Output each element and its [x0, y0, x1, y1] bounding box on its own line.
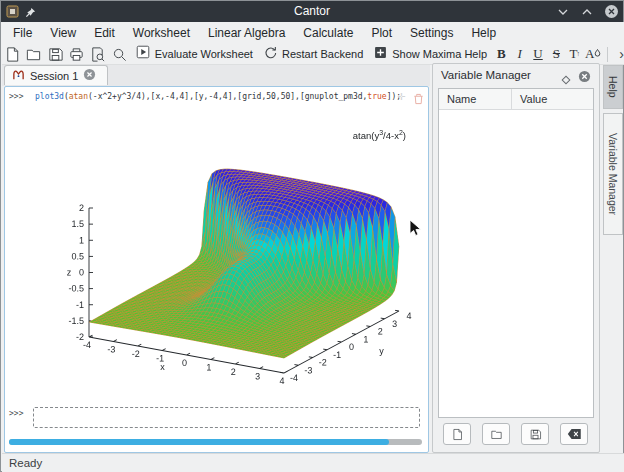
toolbar: Evaluate Worksheet Restart Backend Show …: [2, 44, 624, 65]
menu-item-plot[interactable]: Plot: [362, 22, 401, 44]
mouse-cursor: [409, 219, 421, 241]
vm-clear-button[interactable]: [560, 423, 588, 445]
vm-save-button[interactable]: [521, 423, 549, 445]
variable-table-header: Name Value: [439, 89, 593, 110]
font-color-button[interactable]: A: [584, 45, 602, 64]
menu-item-settings[interactable]: Settings: [401, 22, 462, 44]
print-preview-button[interactable]: [87, 45, 108, 64]
vm-buttons: [443, 423, 588, 445]
italic-button[interactable]: I: [510, 45, 528, 64]
strikethrough-button[interactable]: S: [547, 45, 565, 64]
status-bar: Ready: [2, 453, 624, 472]
command-prompt: >>>: [9, 92, 23, 101]
superscript-arrow-icon: ↑: [577, 50, 581, 58]
vm-new-button[interactable]: [443, 423, 471, 445]
column-name[interactable]: Name: [439, 89, 511, 109]
maxima-session-icon: [12, 67, 25, 85]
new-worksheet-button[interactable]: [2, 45, 23, 64]
maximize-button[interactable]: [579, 4, 595, 20]
dock-float-icon[interactable]: [561, 71, 571, 89]
window-title: Cantor: [1, 1, 623, 22]
evaluate-icon: [135, 44, 151, 64]
menu-item-view[interactable]: View: [41, 22, 85, 44]
status-text: Ready: [2, 454, 624, 472]
titlebar: Cantor: [1, 1, 623, 22]
underline-button[interactable]: U: [529, 45, 547, 64]
worksheet: >>> plot3d(atan(-x^2+y^3/4),[x,-4,4],[y,…: [4, 86, 429, 453]
restart-icon: [263, 45, 278, 64]
move-cell-icon[interactable]: ✛: [397, 91, 405, 102]
toolbar-overflow-button[interactable]: ›: [619, 46, 624, 62]
menu-item-edit[interactable]: Edit: [85, 22, 124, 44]
open-button[interactable]: [23, 45, 44, 64]
menu-item-calculate[interactable]: Calculate: [294, 22, 362, 44]
side-tab-variable-manager[interactable]: Variable Manager: [603, 113, 623, 235]
menu-item-worksheet[interactable]: Worksheet: [124, 22, 199, 44]
horizontal-scrollbar[interactable]: [9, 439, 422, 445]
menu-bar: FileViewEditWorksheetLinear AlgebraCalcu…: [2, 22, 624, 44]
plot-title: atan(y3/4-x2): [353, 129, 406, 141]
minimize-button[interactable]: [555, 4, 571, 20]
print-button[interactable]: [66, 45, 87, 64]
delete-cell-icon[interactable]: [413, 91, 424, 109]
superscript-button[interactable]: T↑: [566, 45, 584, 64]
maxima-help-icon: [373, 45, 388, 64]
droplet-icon: [594, 46, 601, 62]
evaluate-label: Evaluate Worksheet: [155, 48, 253, 60]
tab-session1[interactable]: Session 1: [4, 65, 108, 85]
column-value[interactable]: Value: [511, 89, 593, 109]
variable-table: Name Value: [438, 88, 594, 418]
dock-header: Variable Manager: [433, 64, 599, 88]
application-window: Cantor FileViewEditWorksheetLinear Algeb…: [0, 0, 624, 472]
maxima-help-label: Show Maxima Help: [392, 48, 487, 60]
toolbar-separator: [607, 47, 608, 62]
search-button[interactable]: [108, 45, 129, 64]
side-tab-help[interactable]: Help: [603, 65, 623, 109]
bold-button[interactable]: B: [492, 45, 510, 64]
plot-canvas: [5, 109, 429, 401]
menu-item-help[interactable]: Help: [462, 22, 505, 44]
command-input[interactable]: plot3d(atan(-x^2+y^3/4),[x,-4,4],[y,-4,4…: [35, 92, 401, 101]
entry-prompt: >>>: [9, 409, 23, 418]
command-entry[interactable]: [33, 407, 420, 428]
dock-close-icon[interactable]: [578, 69, 591, 87]
restart-label: Restart Backend: [282, 48, 363, 60]
save-button[interactable]: [45, 45, 66, 64]
variable-manager-panel: Variable Manager Name Value: [432, 63, 600, 453]
menu-item-linear-algebra[interactable]: Linear Algebra: [199, 22, 294, 44]
tab-label: Session 1: [30, 70, 78, 82]
close-button[interactable]: [603, 4, 619, 20]
tab-bar: Session 1: [2, 65, 430, 86]
restart-backend-button[interactable]: Restart Backend: [258, 45, 368, 64]
tab-close-icon[interactable]: [83, 67, 96, 85]
menu-item-file[interactable]: File: [4, 22, 41, 44]
vm-open-button[interactable]: [482, 423, 510, 445]
show-maxima-help-button[interactable]: Show Maxima Help: [368, 45, 492, 64]
hscroll-handle[interactable]: [9, 439, 389, 445]
evaluate-worksheet-button[interactable]: Evaluate Worksheet: [130, 45, 258, 64]
dock-title: Variable Manager: [441, 69, 531, 81]
